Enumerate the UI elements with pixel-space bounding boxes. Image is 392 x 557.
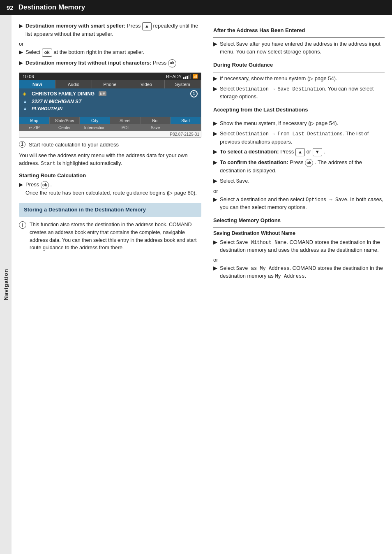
circle-badge-1: 1 bbox=[190, 90, 198, 97]
nav-tabs: Navi Audio Phone Video System bbox=[19, 80, 201, 88]
nav-bottom-empty bbox=[171, 124, 201, 131]
nav-bottom-start[interactable]: Start bbox=[171, 117, 201, 124]
smart-speller-text1: Press bbox=[127, 23, 142, 29]
nav-status: READY 📶 bbox=[166, 74, 198, 79]
save-wn-text-1: Select Save Without Name. COMAND stores … bbox=[220, 239, 385, 254]
nav-bottom-street[interactable]: Street bbox=[110, 117, 141, 124]
ok-btn-confirm[interactable]: ok bbox=[305, 159, 313, 167]
sma-select: Select bbox=[220, 265, 236, 271]
save-as-my-mono: Save as My Address bbox=[236, 266, 290, 272]
sma-text3: . bbox=[304, 273, 306, 279]
poi-text-1: CHRISTOS FAMILY DINING bbox=[32, 91, 95, 97]
after-address-text: Select Save after you have entered the a… bbox=[220, 40, 385, 56]
accepting-arrow-3: ▶ bbox=[213, 149, 217, 155]
bullet-text-2: Select ok at the bottom right in the sma… bbox=[25, 49, 144, 57]
after-address-title: After the Address Has Been Entered bbox=[213, 27, 385, 33]
bullet2-text2: at the bottom right in the smart speller… bbox=[53, 49, 144, 55]
save-mono-5: Save bbox=[236, 179, 248, 184]
save-wn-arrow-1: ▶ bbox=[213, 239, 217, 245]
nav-tab-phone[interactable]: Phone bbox=[92, 80, 128, 88]
main-content: ▶ Destination memory with smart speller:… bbox=[12, 15, 392, 554]
nav-bottom-map[interactable]: Map bbox=[19, 117, 50, 124]
nav-bottom-intersection[interactable]: Intersection bbox=[80, 124, 110, 131]
ne-badge: NE bbox=[99, 91, 106, 96]
during-guidance-section: During Route Guidance ▶ If necessary, sh… bbox=[213, 62, 385, 101]
antenna-icon: 📶 bbox=[193, 74, 198, 79]
or-text-1: or bbox=[19, 41, 201, 47]
nav-tab-navi[interactable]: Navi bbox=[19, 80, 55, 88]
nav-bottom-poi[interactable]: POI bbox=[110, 124, 141, 131]
up-arrow-button-1[interactable]: ▲ bbox=[142, 22, 152, 30]
nav-content: ◈ CHRISTOS FAMILY DINING NE 1 ▲ 2227 N M… bbox=[19, 88, 201, 117]
circle-num-note: 1 bbox=[19, 141, 25, 148]
nav-bottom-stateprov[interactable]: State/Prov bbox=[50, 117, 80, 124]
nav-bottom-row-1: Map State/Prov City Street No. Start bbox=[19, 117, 201, 124]
acc-arrow: → bbox=[269, 131, 278, 137]
accepting-bullet-4: ▶ To confirm the destination: Press ok .… bbox=[213, 159, 385, 175]
poi-row-2: ▲ 2227 N MICHIGAN ST bbox=[23, 99, 198, 104]
navigation-image: 10:06 READY 📶 Navi bbox=[19, 72, 201, 138]
opt-arrow: → bbox=[326, 197, 335, 203]
sidebar-label: Navigation bbox=[3, 269, 9, 300]
accepting-bullet-2: ▶ Select Destination → From Last Destina… bbox=[213, 130, 385, 146]
smart-speller-bold: Destination memory with smart speller: bbox=[25, 23, 125, 29]
nav-tab-system[interactable]: System bbox=[165, 80, 201, 88]
nav-bottom-city[interactable]: City bbox=[80, 117, 110, 124]
press-text: Press bbox=[25, 182, 41, 188]
poi-row-1: ◈ CHRISTOS FAMILY DINING NE 1 bbox=[23, 90, 198, 97]
down-arrow-btn-3[interactable]: ▼ bbox=[313, 148, 322, 156]
select-dest-bold: To select a destination: bbox=[220, 149, 279, 155]
accepting-arrow-5: ▶ bbox=[213, 178, 217, 184]
or-text-2: or bbox=[213, 188, 385, 194]
poi-text-3: PLYMOUTH,IN bbox=[32, 106, 62, 111]
bullet3-bold: Destination memory list without input ch… bbox=[25, 60, 151, 66]
storing-section-box: Storing a Destination in the Destination… bbox=[19, 203, 201, 217]
nav-tab-video[interactable]: Video bbox=[128, 80, 164, 88]
acc-mono2: From Last Destinations bbox=[278, 131, 343, 137]
or-text-3: or bbox=[307, 149, 313, 155]
storing-section-title: Storing a Destination in the Destination… bbox=[24, 206, 196, 214]
ok-button-2[interactable]: ok bbox=[42, 49, 52, 57]
save-wn-text-2: Select Save as My Address. COMAND stores… bbox=[220, 265, 385, 281]
accepting-last-divider bbox=[213, 117, 385, 117]
swn-select: Select bbox=[220, 239, 236, 245]
right-column: After the Address Has Been Entered ▶ Sel… bbox=[209, 22, 392, 554]
select-dest-text: Press bbox=[280, 149, 295, 155]
select-save-text: Select bbox=[220, 178, 236, 184]
accepting-bullet-6: ▶ Select a destination and then select O… bbox=[213, 196, 385, 211]
during-arrow-2: ▶ bbox=[213, 86, 217, 92]
nav-bottom-row-2: ↩ ZIP Center Intersection POI Save bbox=[19, 124, 201, 131]
content-wrapper: Navigation ▶ Destination memory with sma… bbox=[0, 15, 392, 554]
bar-1 bbox=[183, 77, 184, 79]
accepting-arrow-4: ▶ bbox=[213, 159, 217, 165]
accepting-bullet-5: ▶ Select Save. bbox=[213, 177, 385, 185]
starting-route-arrow: ▶ bbox=[19, 181, 23, 188]
accepting-text-1: Show the menu system, if necessary (▷ pa… bbox=[220, 120, 338, 128]
confirm-dest-bold: To confirm the destination: bbox=[220, 160, 288, 166]
period-3: . bbox=[323, 149, 325, 155]
bullet-smart-speller: ▶ Destination memory with smart speller:… bbox=[19, 22, 201, 67]
nav-bottom-center[interactable]: Center bbox=[50, 124, 80, 131]
or-text-mem: or bbox=[213, 257, 385, 263]
bullet3-text1: Press bbox=[153, 60, 168, 66]
nav-bottom-save[interactable]: Save bbox=[141, 124, 171, 131]
up-arrow-btn-3[interactable]: ▲ bbox=[295, 148, 305, 156]
after-select-text: Select bbox=[220, 41, 236, 47]
during-bullet-2: ▶ Select Destination → Save Destination.… bbox=[213, 85, 385, 101]
accepting-last-title: Accepting from the Last Destinations bbox=[213, 107, 385, 113]
sidebar-navigation: Navigation bbox=[0, 15, 12, 554]
ok-button-3[interactable]: ok bbox=[168, 59, 176, 67]
nav-tab-audio[interactable]: Audio bbox=[55, 80, 92, 88]
ok-btn-start[interactable]: ok bbox=[41, 181, 49, 189]
starting-route-title: Starting Route Calculation bbox=[19, 172, 201, 179]
bullet-text-1: Destination memory with smart speller: P… bbox=[25, 22, 201, 38]
accepting-text-5: Select Save. bbox=[220, 177, 249, 185]
nav-bottom-zip[interactable]: ↩ ZIP bbox=[19, 124, 50, 131]
during-text-2: Select Destination → Save Destination. Y… bbox=[220, 85, 385, 101]
signal-bars bbox=[183, 74, 191, 79]
nav-bottom-no[interactable]: No. bbox=[141, 117, 171, 124]
circle-note-text: Start route calculation to your address bbox=[29, 141, 119, 149]
poi-icon-2: ▲ bbox=[23, 99, 29, 104]
after-address-divider bbox=[213, 37, 385, 38]
save-period: . bbox=[248, 178, 250, 184]
